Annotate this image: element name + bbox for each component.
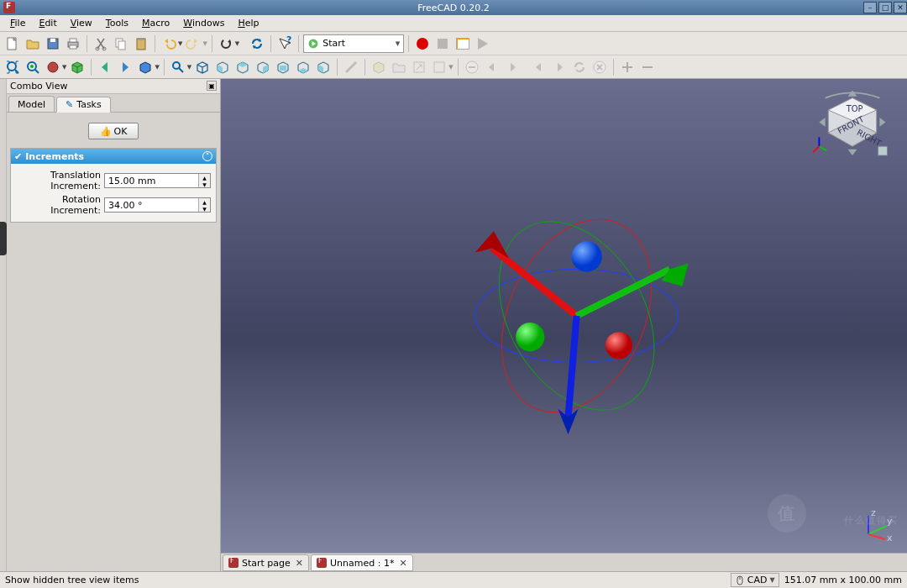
translation-increment-label: Translation Increment: [16, 170, 104, 192]
paste-button[interactable] [132, 34, 150, 53]
cut-button[interactable] [92, 34, 110, 53]
statusbar: Show hidden tree view items CAD ▼ 151.07… [0, 571, 907, 588]
macro-play-button[interactable] [474, 34, 492, 53]
window-maximize-button[interactable]: □ [878, 2, 892, 13]
sel-forward-button[interactable] [503, 58, 522, 76]
new-document-button[interactable] [3, 34, 22, 53]
tree-back-button[interactable] [530, 58, 548, 76]
refresh-button[interactable] [217, 34, 235, 53]
increments-header[interactable]: ✔ Increments ˄ [11, 149, 216, 164]
menu-windows[interactable]: Windows [176, 16, 231, 30]
isometric-button[interactable] [169, 58, 187, 76]
undo-button[interactable] [160, 34, 178, 53]
copy-button[interactable] [112, 34, 130, 53]
sel-back-button[interactable] [483, 58, 501, 76]
macro-stop-button[interactable] [433, 34, 452, 53]
svg-marker-35 [475, 231, 509, 258]
tree-sync-button[interactable] [570, 58, 589, 76]
spin-up-button[interactable]: ▲ [199, 198, 210, 205]
svg-line-47 [813, 146, 819, 152]
undo-dropdown[interactable]: ▼ [178, 40, 182, 47]
dock-handle[interactable] [0, 222, 7, 255]
collapse-button[interactable]: ˄ [202, 151, 212, 161]
record-icon [417, 38, 428, 50]
whats-this-button[interactable]: ? [275, 34, 294, 53]
link-nav-dropdown[interactable]: ▼ [155, 64, 159, 71]
freecad-icon [317, 558, 327, 568]
measure-button[interactable] [342, 58, 360, 76]
save-button[interactable] [44, 34, 62, 53]
reload-button[interactable] [248, 34, 266, 53]
spin-up-button[interactable]: ▲ [199, 174, 210, 181]
svg-rect-5 [70, 45, 76, 49]
navigation-cube[interactable]: FRONT RIGHT TOP [815, 87, 890, 163]
fit-all-button[interactable] [3, 58, 22, 76]
start-icon [307, 38, 319, 50]
draw-style-button[interactable] [44, 58, 62, 76]
menu-edit[interactable]: Edit [32, 16, 63, 30]
zoom-out-round-button[interactable] [463, 58, 481, 76]
view-top-button[interactable] [233, 58, 252, 76]
spin-down-button[interactable]: ▼ [199, 205, 210, 212]
nav-style-selector[interactable]: CAD ▼ [731, 573, 779, 587]
zoom-out-button[interactable] [638, 58, 657, 76]
nav-forward-button[interactable] [116, 58, 134, 76]
menu-macro[interactable]: Macro [135, 16, 176, 30]
zoom-in-button[interactable] [618, 58, 637, 76]
menu-file[interactable]: File [3, 16, 32, 30]
close-tab-button[interactable]: ✕ [399, 558, 406, 569]
print-button[interactable] [64, 34, 82, 53]
mouse-icon [735, 575, 745, 585]
view-iso-button[interactable] [193, 58, 212, 76]
part-button[interactable] [370, 58, 388, 76]
window-close-button[interactable]: ✕ [894, 2, 907, 13]
view-rear-button[interactable] [274, 58, 292, 76]
spin-down-button[interactable]: ▼ [199, 181, 210, 187]
view-left-button[interactable] [314, 58, 333, 76]
tab-model[interactable]: Model [8, 96, 55, 112]
svg-text:x: x [887, 533, 893, 541]
fit-selection-button[interactable] [24, 58, 42, 76]
play-icon [478, 38, 488, 50]
tree-close-button[interactable] [590, 58, 609, 76]
menu-view[interactable]: View [64, 16, 99, 30]
rotation-increment-input[interactable]: 34.00 ° ▲▼ [104, 197, 211, 213]
close-tab-button[interactable]: ✕ [296, 558, 303, 569]
menu-tools[interactable]: Tools [99, 16, 135, 30]
redo-dropdown[interactable]: ▼ [202, 40, 207, 47]
isometric-dropdown[interactable]: ▼ [187, 64, 191, 71]
combo-view-panel: Combo View ▣ Model ✎ Tasks 👍 OK ✔ Increm… [7, 79, 221, 571]
svg-line-33 [577, 270, 670, 316]
menu-help[interactable]: Help [231, 16, 265, 30]
doc-tab-unnamed[interactable]: Unnamed : 1* ✕ [311, 554, 413, 571]
refresh-dropdown[interactable]: ▼ [235, 40, 239, 47]
macro-record-button[interactable] [413, 34, 432, 53]
open-button[interactable] [24, 34, 42, 53]
draw-style-dropdown[interactable]: ▼ [62, 64, 66, 71]
combo-view-close-button[interactable]: ▣ [207, 81, 217, 91]
link-actions-dropdown[interactable]: ▼ [448, 64, 453, 71]
redo-button[interactable] [184, 34, 202, 53]
link-actions-button[interactable] [430, 58, 448, 76]
macro-edit-button[interactable] [454, 34, 472, 53]
view-right-button[interactable] [254, 58, 272, 76]
doc-tab-start[interactable]: Start page ✕ [223, 554, 309, 571]
link-make-button[interactable] [410, 58, 428, 76]
bounding-box-button[interactable] [68, 58, 87, 76]
3d-viewport[interactable]: FRONT RIGHT TOP [221, 79, 907, 553]
view-front-button[interactable] [213, 58, 232, 76]
pencil-icon: ✎ [66, 99, 73, 110]
tab-tasks[interactable]: ✎ Tasks [56, 97, 111, 113]
ok-button[interactable]: 👍 OK [88, 123, 139, 139]
svg-point-17 [30, 65, 34, 68]
svg-rect-22 [434, 62, 444, 72]
view-bottom-button[interactable] [294, 58, 312, 76]
link-nav-button[interactable] [136, 58, 155, 76]
tree-forward-button[interactable] [550, 58, 569, 76]
window-minimize-button[interactable]: – [863, 2, 877, 13]
nav-back-button[interactable] [96, 58, 114, 76]
group-button[interactable] [390, 58, 408, 76]
svg-rect-44 [878, 146, 888, 155]
workbench-selector[interactable]: Start [303, 34, 404, 53]
translation-increment-input[interactable]: 15.00 mm ▲▼ [104, 173, 211, 188]
